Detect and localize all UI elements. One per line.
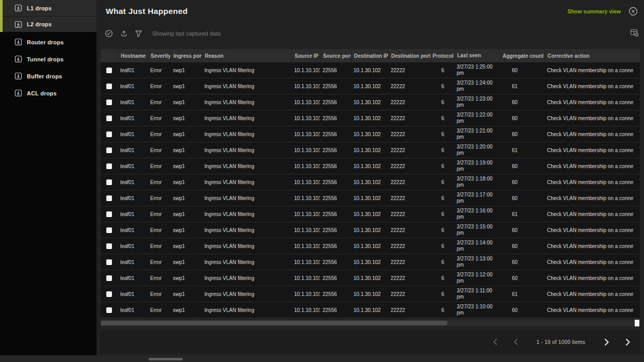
column-header-corrective-action[interactable]: Corrective action — [544, 49, 640, 62]
column-header-aggregate-count[interactable]: Aggregate count — [500, 49, 544, 62]
sidebar-item-l2-drops[interactable]: L2 drops — [0, 16, 96, 32]
upload-icon[interactable] — [120, 29, 128, 38]
cell-host: leaf01 — [118, 179, 148, 185]
cell-lastseen: 3/27/23 1:15:00 pm — [454, 224, 500, 236]
row-checkbox-cell — [101, 195, 118, 201]
sidebar-item-router-drops[interactable]: Router drops — [0, 34, 96, 51]
column-header-source-port[interactable]: Source port — [320, 49, 351, 62]
column-header-last-seen[interactable]: Last seen — [454, 49, 500, 62]
sidebar-item-acl-drops[interactable]: ACL drops — [0, 85, 96, 102]
cell-srcip: 10.1.10.101 — [292, 131, 320, 137]
cell-corr: Check VLAN membership on a conne — [544, 163, 640, 169]
column-header-ingress-port[interactable]: Ingress port — [170, 49, 202, 62]
row-checkbox[interactable] — [106, 195, 112, 201]
table-row[interactable]: leaf01Errorswp1Ingress VLAN filtering10.… — [101, 78, 640, 94]
cell-dstip: 10.1.30.102 — [351, 116, 388, 121]
header-actions: Show summary view — [568, 7, 638, 16]
next-page-button[interactable] — [604, 338, 609, 346]
column-header-destination-port[interactable]: Destination port — [388, 49, 431, 62]
column-header-hostname[interactable]: Hostname — [118, 49, 148, 62]
row-checkbox[interactable] — [106, 243, 112, 249]
cell-reason: Ingress VLAN filtering — [202, 275, 292, 281]
table-row[interactable]: leaf01Errorswp1Ingress VLAN filtering10.… — [101, 110, 640, 126]
column-header-severity[interactable]: Severity — [148, 49, 170, 62]
cell-ingress: swp1 — [170, 195, 202, 201]
row-checkbox[interactable] — [106, 275, 112, 281]
main-panel: What Just Happened Show summary view Sho… — [96, 0, 644, 355]
cell-host: leaf01 — [118, 195, 148, 201]
sidebar-item-tunnel-drops[interactable]: Tunnel drops — [0, 51, 96, 68]
row-checkbox[interactable] — [106, 291, 112, 297]
cell-lastseen: 3/27/23 1:18:00 pm — [454, 176, 500, 188]
filter-icon[interactable] — [135, 29, 142, 38]
first-page-button[interactable] — [492, 338, 497, 345]
row-checkbox[interactable] — [106, 84, 112, 89]
cell-lastseen: 3/27/23 1:16:00 pm — [454, 208, 500, 220]
cell-dstip: 10.1.30.102 — [351, 259, 388, 265]
horizontal-scrollbar-thumb[interactable] — [101, 321, 447, 325]
sidebar-selected-group: L1 drops L2 drops — [0, 0, 96, 32]
drop-icon — [14, 4, 22, 12]
cell-host: leaf01 — [118, 84, 148, 89]
row-checkbox[interactable] — [106, 147, 112, 153]
show-summary-view-link[interactable]: Show summary view — [568, 8, 621, 14]
cell-srcport: 22556 — [320, 211, 351, 217]
vertical-scrollbar-thumb[interactable] — [635, 320, 639, 326]
cell-reason: Ingress VLAN filtering — [202, 116, 292, 121]
row-checkbox[interactable] — [106, 100, 112, 105]
table-row[interactable]: leaf01Errorswp1Ingress VLAN filtering10.… — [101, 206, 640, 222]
check-circle-icon[interactable] — [105, 29, 113, 38]
row-checkbox[interactable] — [106, 163, 112, 169]
row-checkbox[interactable] — [106, 116, 112, 121]
cell-sev: Error — [148, 100, 170, 105]
table-row[interactable]: leaf01Errorswp1Ingress VLAN filtering10.… — [101, 190, 640, 206]
row-checkbox[interactable] — [106, 227, 112, 233]
table-settings-icon[interactable] — [630, 28, 639, 37]
cell-proto: 6 — [431, 227, 454, 233]
sidebar-item-l1-drops[interactable]: L1 drops — [0, 0, 96, 16]
column-header-destination-ip[interactable]: Destination IP — [351, 49, 388, 62]
table-row[interactable]: leaf01Errorswp1Ingress VLAN filtering10.… — [101, 174, 640, 190]
row-checkbox-cell — [101, 291, 118, 297]
cell-lastseen: 3/27/23 1:19:00 pm — [454, 160, 500, 172]
table-row[interactable]: leaf01Errorswp1Ingress VLAN filtering10.… — [101, 62, 640, 78]
wjh-page: L1 drops L2 drops Router drops Tunnel — [0, 0, 644, 362]
cell-srcport: 22556 — [320, 100, 351, 105]
table-row[interactable]: leaf01Errorswp1Ingress VLAN filtering10.… — [101, 238, 640, 254]
cell-dstport: 22222 — [388, 131, 431, 137]
table-row[interactable]: leaf01Errorswp1Ingress VLAN filtering10.… — [101, 302, 640, 318]
column-header-protocol[interactable]: Protocol — [431, 49, 454, 62]
row-checkbox[interactable] — [106, 179, 112, 185]
previous-page-button[interactable] — [513, 338, 518, 345]
last-page-button[interactable] — [625, 338, 631, 346]
row-checkbox[interactable] — [106, 259, 112, 265]
table-row[interactable]: leaf01Errorswp1Ingress VLAN filtering10.… — [101, 126, 640, 142]
cell-ingress: swp1 — [170, 116, 202, 121]
table-row[interactable]: leaf01Errorswp1Ingress VLAN filtering10.… — [101, 222, 640, 238]
table-row[interactable]: leaf01Errorswp1Ingress VLAN filtering10.… — [101, 94, 640, 110]
table-row[interactable]: leaf01Errorswp1Ingress VLAN filtering10.… — [101, 270, 640, 286]
column-header-reason[interactable]: Reason — [202, 49, 292, 62]
cell-ingress: swp1 — [170, 291, 202, 297]
cell-ingress: swp1 — [170, 307, 202, 313]
cell-agg: 61 — [500, 84, 544, 89]
row-checkbox[interactable] — [106, 211, 112, 217]
column-header-source-ip[interactable]: Source IP — [292, 49, 320, 62]
cell-dstip: 10.1.30.102 — [351, 291, 388, 297]
page-horizontal-scrollbar[interactable] — [0, 355, 644, 362]
table-row[interactable]: leaf01Errorswp1Ingress VLAN filtering10.… — [101, 254, 640, 270]
table-row[interactable]: leaf01Errorswp1Ingress VLAN filtering10.… — [101, 142, 640, 158]
row-checkbox[interactable] — [106, 307, 112, 313]
cell-corr: Check VLAN membership on a conne — [544, 147, 640, 153]
table-row[interactable]: leaf01Errorswp1Ingress VLAN filtering10.… — [101, 158, 640, 174]
row-checkbox[interactable] — [106, 68, 112, 73]
sidebar-item-buffer-drops[interactable]: Buffer drops — [0, 68, 96, 85]
row-checkbox[interactable] — [106, 131, 112, 137]
cell-dstport: 22222 — [388, 116, 431, 121]
page-scrollbar-thumb[interactable] — [149, 358, 183, 360]
close-icon[interactable] — [629, 7, 638, 16]
cell-host: leaf01 — [118, 275, 148, 281]
cell-agg: 60 — [500, 243, 544, 249]
table-horizontal-scrollbar[interactable] — [101, 320, 640, 326]
table-row[interactable]: leaf01Errorswp1Ingress VLAN filtering10.… — [101, 286, 640, 302]
